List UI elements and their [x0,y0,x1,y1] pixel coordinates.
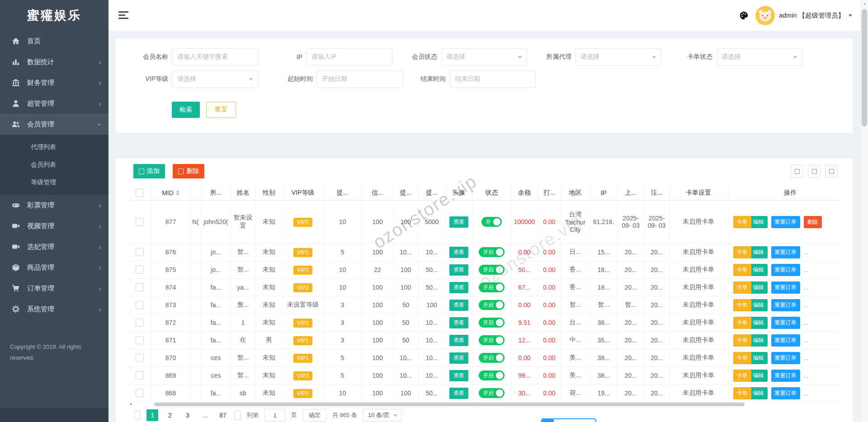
edit-button[interactable]: 编辑 [750,387,768,399]
reset-order-button[interactable]: 重置订单 [771,216,800,228]
goto-confirm-button[interactable]: 确定 [303,409,326,422]
view-avatar-button[interactable]: 查看 [449,388,468,399]
row-checkbox[interactable] [136,248,144,256]
scroll-up-icon[interactable]: ▲ [861,0,868,7]
view-avatar-button[interactable]: 查看 [449,264,468,276]
view-avatar-button[interactable]: 查看 [449,216,468,228]
sidebar-item-首页[interactable]: 首页 [0,31,108,52]
edit-button[interactable]: 编辑 [750,246,768,258]
edit-button[interactable]: 编辑 [750,317,768,329]
view-avatar-button[interactable]: 查看 [449,300,468,311]
filter-input-会员名称[interactable]: 请输入关键字搜索 [172,48,258,66]
status-toggle[interactable]: 开启 [479,318,505,328]
reset-order-button[interactable]: 重置订单 [771,299,800,311]
horizontal-scrollbar[interactable]: ◄ [128,402,842,407]
menu-toggle-icon[interactable] [118,11,128,21]
view-avatar-button[interactable]: 查看 [449,335,468,346]
sidebar-item-订单管理[interactable]: 订单管理› [0,278,108,299]
add-button[interactable]: 添加 [133,164,165,178]
row-checkbox[interactable] [136,336,144,344]
next-page-icon[interactable] [235,411,241,420]
sidebar-subitem-代理列表[interactable]: 代理列表 [0,138,108,156]
card-order-button[interactable]: 卡单 [733,352,751,364]
card-order-button[interactable]: 卡单 [733,216,751,228]
card-order-button[interactable]: 卡单 [733,387,751,399]
card-order-button[interactable]: 卡单 [733,317,751,329]
card-order-button[interactable]: 卡单 [733,246,751,258]
status-toggle[interactable]: 开启 [479,265,505,275]
prev-page-icon[interactable] [134,411,141,420]
reset-order-button[interactable]: 重置订单 [771,246,800,258]
filter-select-卡单状态[interactable]: 请选择 [717,48,802,66]
view-avatar-button[interactable]: 查看 [449,247,468,258]
print-icon[interactable] [825,165,838,178]
card-order-button[interactable]: 卡单 [733,334,751,347]
edit-button[interactable]: 编辑 [750,216,768,228]
sort-icon[interactable] [176,188,179,197]
horizontal-scrollbar-thumb[interactable] [154,403,745,406]
reset-order-button[interactable]: 重置订单 [771,317,800,329]
card-order-button[interactable]: 卡单 [733,264,751,276]
sidebar-item-会员管理[interactable]: 会员管理› [0,114,108,135]
select-all-checkbox[interactable] [136,189,144,197]
page-number-1[interactable]: 1 [146,409,158,421]
status-toggle[interactable]: 开 [481,217,502,227]
status-toggle[interactable]: 开启 [479,300,505,310]
theme-palette-icon[interactable] [739,11,749,20]
sidebar-item-商品管理[interactable]: 商品管理› [0,257,108,278]
sidebar-item-系统管理[interactable]: 系统管理› [0,299,108,319]
row-checkbox[interactable] [136,319,144,327]
view-avatar-button[interactable]: 查看 [449,282,468,293]
reset-button[interactable]: 重置 [206,102,236,118]
edit-button[interactable]: 编辑 [750,334,768,347]
filter-input-结束时间[interactable]: 结束日期 [450,70,536,88]
edit-button[interactable]: 编辑 [750,264,768,276]
sidebar-item-财务管理[interactable]: 财务管理› [0,72,108,93]
reset-order-button[interactable]: 重置订单 [771,334,800,347]
page-number-3[interactable]: 3 [182,409,193,421]
page-size-select[interactable]: 10 条/页 [363,409,402,422]
status-toggle[interactable]: 开启 [479,353,505,363]
edit-button[interactable]: 编辑 [750,370,768,382]
admin-dropdown[interactable]: admin 【超级管理员】 [755,6,852,25]
status-toggle[interactable]: 开启 [479,282,505,292]
reset-order-button[interactable]: 重置订单 [771,281,800,294]
card-order-button[interactable]: 卡单 [733,281,751,294]
card-order-button[interactable]: 卡单 [733,299,751,311]
vertical-scrollbar[interactable]: ▲ [860,0,868,422]
card-order-button[interactable]: 卡单 [733,370,751,382]
filter-input-起始时间[interactable]: 开始日期 [317,70,403,88]
view-avatar-button[interactable]: 查看 [449,370,468,381]
filter-select-VIP等级[interactable]: 请选择 [172,70,258,88]
view-avatar-button[interactable]: 查看 [449,352,468,364]
status-toggle[interactable]: 开启 [479,388,505,398]
row-checkbox[interactable] [136,301,144,309]
filter-input-IP[interactable]: 请输入IP [307,48,392,66]
row-checkbox[interactable] [136,371,144,380]
sidebar-item-视频管理[interactable]: 视频管理› [0,216,108,236]
status-toggle[interactable]: 开启 [479,247,505,257]
sidebar-item-数据统计[interactable]: 数据统计› [0,52,108,72]
view-avatar-button[interactable]: 查看 [449,317,468,328]
vertical-scrollbar-thumb[interactable] [862,9,867,127]
status-toggle[interactable]: 开启 [479,335,505,345]
edit-button[interactable]: 编辑 [750,281,768,294]
filter-columns-icon[interactable] [791,165,803,178]
sidebar-subitem-等级管理[interactable]: 等级管理 [0,173,108,191]
batch-delete-button[interactable]: 删除 [173,164,204,178]
row-checkbox[interactable] [136,283,144,291]
filter-select-所属代理[interactable]: 请选择 [576,48,661,66]
delete-button[interactable]: 删除 [804,216,822,228]
page-number-2[interactable]: 2 [164,409,176,421]
edit-button[interactable]: 编辑 [750,299,768,311]
row-checkbox[interactable] [136,389,144,397]
goto-page-input[interactable] [264,409,285,422]
sidebar-subitem-会员列表[interactable]: 会员列表 [0,156,108,173]
row-checkbox[interactable] [136,218,144,226]
reset-order-button[interactable]: 重置订单 [771,370,800,382]
row-checkbox[interactable] [136,266,144,274]
edit-button[interactable]: 编辑 [750,352,768,364]
reset-order-button[interactable]: 重置订单 [771,352,800,364]
search-button[interactable]: 检索 [172,102,200,118]
page-number-87[interactable]: 87 [217,409,229,421]
